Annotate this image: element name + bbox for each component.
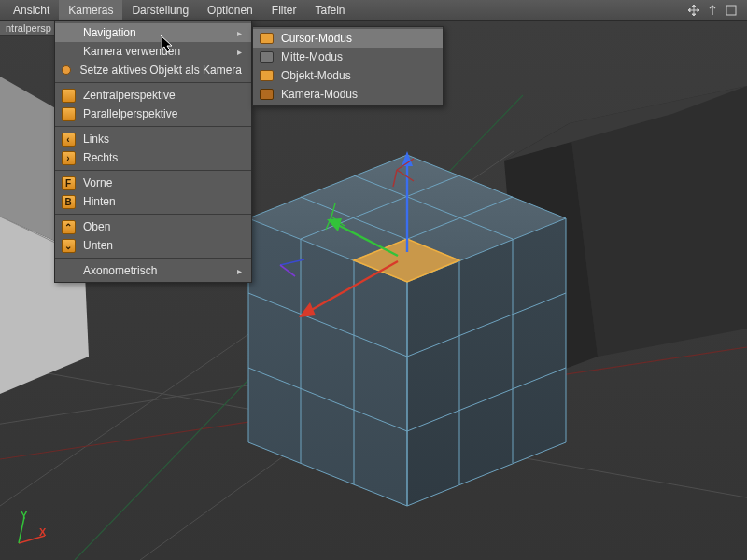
menu-ansicht[interactable]: Ansicht xyxy=(4,0,59,20)
bottom-view-icon: ⌄ xyxy=(62,239,76,253)
menu-item-label: Zentralperspektive xyxy=(83,89,242,102)
menu-tafeln[interactable]: Tafeln xyxy=(305,0,354,20)
cursor-mode-icon xyxy=(260,33,274,44)
cameras-menu: Navigation ▸ Kamera verwenden ▸ Setze ak… xyxy=(54,21,252,283)
menu-item-links[interactable]: ‹ Links xyxy=(55,130,251,148)
menu-kameras[interactable]: Kameras xyxy=(59,0,122,20)
menu-item-label: Setze aktives Objekt als Kamera xyxy=(80,63,242,77)
center-mode-icon xyxy=(260,51,274,63)
submenu-item-kamera[interactable]: Kamera-Modus xyxy=(253,85,443,104)
menubar: Ansicht Kameras Darstellung Optionen Fil… xyxy=(0,0,747,21)
submenu-arrow-icon: ▸ xyxy=(237,266,242,276)
submenu-item-objekt[interactable]: Objekt-Modus xyxy=(253,66,443,85)
menu-item-label: Parallelperspektive xyxy=(83,107,242,120)
menu-item-rechts[interactable]: › Rechts xyxy=(55,148,251,167)
menu-item-label: Navigation xyxy=(83,26,230,39)
parallel-icon xyxy=(62,107,76,121)
axis-lock-icon[interactable] xyxy=(706,4,719,17)
svg-rect-3 xyxy=(726,6,736,15)
menu-label: Tafeln xyxy=(315,4,345,17)
menu-item-vorne[interactable]: F Vorne xyxy=(55,174,251,192)
menu-item-label: Kamera verwenden xyxy=(83,45,230,58)
menu-item-label: Rechts xyxy=(83,151,242,164)
move-icon[interactable] xyxy=(687,4,700,17)
menu-item-label: Hinten xyxy=(83,195,242,208)
menu-item-label: Vorne xyxy=(83,176,242,189)
menu-item-unten[interactable]: ⌄ Unten xyxy=(55,236,251,255)
perspective-icon xyxy=(62,89,76,103)
submenu-item-label: Objekt-Modus xyxy=(281,69,433,82)
menu-item-aktives-objekt[interactable]: Setze aktives Objekt als Kamera xyxy=(55,61,251,79)
svg-line-38 xyxy=(19,517,24,543)
camera-mode-icon xyxy=(260,89,274,100)
menu-label: Filter xyxy=(272,4,297,17)
top-view-icon: ⌃ xyxy=(62,220,76,234)
submenu-arrow-icon: ▸ xyxy=(237,28,242,38)
submenu-item-label: Cursor-Modus xyxy=(281,32,433,45)
menu-item-label: Axonometrisch xyxy=(83,264,230,277)
front-view-icon: F xyxy=(62,176,76,190)
menu-item-label: Links xyxy=(83,133,242,146)
axis-x-label: X xyxy=(39,526,46,538)
camera-dot-icon xyxy=(62,65,71,75)
menu-item-navigation[interactable]: Navigation ▸ xyxy=(55,23,251,42)
menu-label: Kameras xyxy=(68,4,113,17)
back-view-icon: B xyxy=(62,195,76,209)
menu-item-kamera-verwenden[interactable]: Kamera verwenden ▸ xyxy=(55,42,251,61)
menu-optionen[interactable]: Optionen xyxy=(198,0,262,20)
menu-label: Optionen xyxy=(207,4,253,17)
menu-darstellung[interactable]: Darstellung xyxy=(122,0,198,20)
object-mode-icon xyxy=(260,70,274,81)
left-view-icon: ‹ xyxy=(62,133,76,147)
axis-y-label: Y xyxy=(21,510,27,521)
menu-item-zentralperspektive[interactable]: Zentralperspektive xyxy=(55,86,251,105)
axis-indicator: X Y xyxy=(11,513,49,551)
menu-item-hinten[interactable]: B Hinten xyxy=(55,192,251,211)
navigation-submenu: Cursor-Modus Mitte-Modus Objekt-Modus Ka… xyxy=(252,26,444,106)
view-name-label: ntralpersp xyxy=(0,21,58,36)
menu-label: Darstellung xyxy=(132,4,189,17)
menu-item-axonometrisch[interactable]: Axonometrisch ▸ xyxy=(55,261,251,280)
menu-label: Ansicht xyxy=(13,4,49,17)
submenu-item-cursor[interactable]: Cursor-Modus xyxy=(253,29,443,48)
menu-filter[interactable]: Filter xyxy=(262,0,306,20)
submenu-arrow-icon: ▸ xyxy=(237,47,242,57)
menu-item-label: Unten xyxy=(83,239,242,252)
menubar-right-icons xyxy=(687,0,743,20)
submenu-item-label: Mitte-Modus xyxy=(281,50,433,63)
menu-item-label: Oben xyxy=(83,220,242,233)
right-view-icon: › xyxy=(62,151,76,165)
menu-item-parallelperspektive[interactable]: Parallelperspektive xyxy=(55,105,251,123)
maximize-icon[interactable] xyxy=(725,4,738,17)
menu-item-oben[interactable]: ⌃ Oben xyxy=(55,217,251,236)
submenu-item-mitte[interactable]: Mitte-Modus xyxy=(253,48,443,66)
submenu-item-label: Kamera-Modus xyxy=(281,88,433,101)
